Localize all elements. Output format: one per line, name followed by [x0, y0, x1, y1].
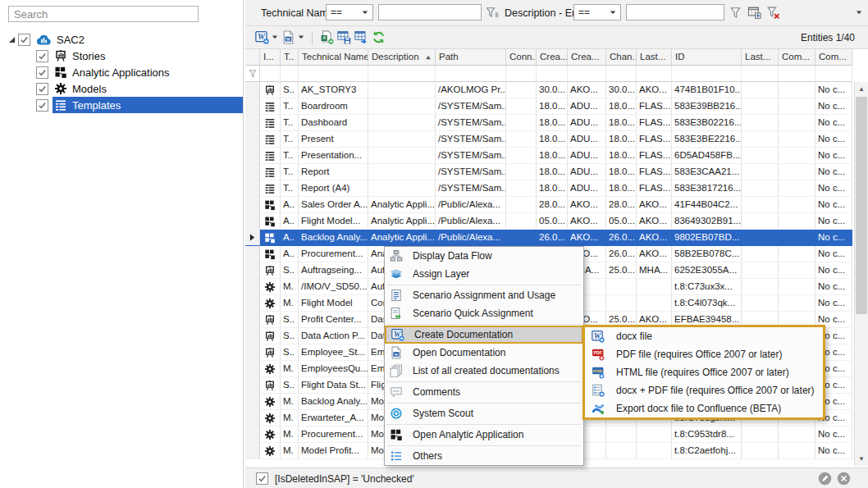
tree-checkbox[interactable] — [36, 99, 48, 112]
table-row[interactable]: T..Boardroom/SYSTEM/Sam...18.0...ADU...1… — [245, 98, 868, 115]
column-header-label: Com... — [782, 49, 810, 65]
description-filter-input[interactable] — [626, 4, 724, 21]
table-row[interactable]: T..Present/SYSTEM/Sam...18.0...ADU...18.… — [245, 131, 868, 148]
menu-item-comments[interactable]: Comments — [385, 383, 583, 401]
vertical-scrollbar[interactable]: ▲ ▼ — [854, 82, 868, 466]
scrollbar-thumb[interactable] — [856, 97, 867, 314]
sidebar-item-templates[interactable]: Templates — [0, 97, 243, 113]
auto-filter-cell-crea1[interactable] — [537, 66, 568, 82]
submenu-item-html-file-requires-office-2007-or-later-[interactable]: HTMLHTML file (requires Office 2007 or l… — [585, 363, 823, 381]
technical-name-filter-input[interactable] — [378, 4, 482, 21]
close-icon[interactable] — [837, 472, 851, 486]
cell-t: A.. — [281, 230, 299, 246]
tree-item-root[interactable]: SAC2 — [0, 31, 243, 48]
menu-item-list-of-all-created-documentations[interactable]: List of all created documentations — [385, 362, 583, 380]
search-input[interactable] — [8, 6, 199, 22]
funnel-icon[interactable] — [729, 6, 742, 20]
column-header-t[interactable]: T.. — [281, 49, 299, 66]
submenu-item-pdf-file-requires-office-2007-or-later-[interactable]: PDFPDF file (requires Office 2007 or lat… — [585, 345, 823, 363]
story-icon — [54, 49, 67, 62]
table-row[interactable]: A..Flight Model...Analytic Appli.../Publ… — [245, 213, 868, 230]
column-header-crea1[interactable]: Crea... — [537, 49, 568, 66]
table-row[interactable]: T..Report (A4)/SYSTEM/Sam...18.0...ADU..… — [245, 180, 868, 197]
column-header-com1[interactable]: Com... — [779, 49, 815, 66]
auto-filter-cell-com2[interactable] — [815, 66, 852, 82]
auto-filter-cell-t[interactable] — [281, 66, 299, 82]
column-header-chan[interactable]: Chan... — [606, 49, 637, 66]
export-excel-button[interactable]: X — [318, 29, 336, 47]
submenu-item-docx-pdf-file-requires-office-2007-or-later-[interactable]: docx + PDF file (requires Office 2007 or… — [585, 381, 823, 399]
edit-icon[interactable] — [818, 472, 832, 486]
column-header-icon[interactable]: I... — [260, 49, 281, 66]
menu-item-others[interactable]: Others — [385, 447, 583, 465]
grid-plus-icon[interactable] — [747, 6, 761, 20]
column-header-tech[interactable]: Technical Name — [299, 49, 368, 66]
table-row[interactable]: T..Report/SYSTEM/Sam...18.0...ADU...18.0… — [245, 164, 868, 180]
scenario-quick-icon — [390, 307, 403, 320]
column-header-desc[interactable]: Description — [368, 49, 436, 66]
sidebar-item-stories[interactable]: Stories — [0, 48, 243, 64]
auto-filter-cell-conn[interactable] — [506, 66, 537, 82]
auto-filter-cell-last2[interactable] — [742, 66, 779, 82]
cell-crea2: ADU... — [568, 164, 606, 180]
description-operator-select[interactable]: == — [573, 4, 621, 21]
column-header-com2[interactable]: Com... — [815, 49, 852, 66]
column-header-last2[interactable]: Last... — [742, 49, 779, 66]
save-grid-layout-button[interactable] — [336, 29, 353, 47]
column-header-path[interactable]: Path — [436, 49, 506, 66]
sidebar-item-analytic-applications[interactable]: Analytic Applications — [0, 64, 243, 80]
submenu-item-docx-file[interactable]: Wdocx file — [585, 327, 823, 345]
tree-checkbox[interactable] — [36, 66, 48, 79]
table-row[interactable]: A..Backlog Analy...Analytic Appli.../Pub… — [245, 230, 868, 246]
menu-item-scenario-quick-assignment[interactable]: Scenario Quick Assignment — [385, 304, 583, 322]
funnel-clear-icon[interactable] — [766, 6, 780, 20]
open-documentation-button[interactable]: W — [280, 29, 306, 47]
table-row[interactable]: T..Dashboard/SYSTEM/Sam...18.0...ADU...1… — [245, 115, 868, 131]
funnel-lines-icon[interactable] — [486, 6, 500, 20]
chevron-down-icon[interactable] — [272, 35, 278, 39]
auto-filter-cell-chan[interactable] — [606, 66, 637, 82]
tree-item-body: SAC2 — [34, 31, 243, 48]
table-row[interactable]: S..AK_STORY3/AKOLMOG Pr...30.0...AKO...3… — [245, 82, 868, 98]
auto-filter-cell-desc[interactable] — [368, 66, 436, 82]
auto-filter-cell-path[interactable] — [436, 66, 506, 82]
scroll-up-button[interactable]: ▲ — [855, 82, 868, 96]
technical-name-operator-select[interactable]: == — [326, 4, 373, 21]
entity-type-icon-cell — [260, 295, 281, 312]
create-documentation-button[interactable]: W — [254, 29, 280, 47]
auto-filter-cell-crea2[interactable] — [568, 66, 606, 82]
tree-expander[interactable] — [5, 36, 18, 43]
menu-item-open-documentation[interactable]: WOpen Documentation — [385, 344, 583, 362]
menu-item-system-scout[interactable]: System Scout — [385, 404, 583, 422]
auto-filter-cell-icon[interactable] — [260, 66, 281, 82]
sidebar-item-models[interactable]: Models — [0, 80, 243, 97]
auto-filter-cell-last1[interactable] — [637, 66, 672, 82]
status-filter-checkbox[interactable] — [256, 472, 268, 485]
column-header-id[interactable]: ID — [672, 49, 742, 66]
menu-item-scenario-assignment-and-usage[interactable]: Scenario Assignment and Usage — [385, 286, 583, 304]
table-row[interactable]: A..Sales Order A...Analytic Appli.../Pub… — [245, 197, 868, 213]
chevron-down-icon[interactable] — [856, 11, 862, 15]
chevron-down-icon — [610, 11, 616, 15]
chevron-down-icon[interactable] — [298, 35, 304, 39]
menu-item-assign-layer[interactable]: Assign Layer — [385, 265, 583, 283]
auto-filter-cell-tech[interactable] — [299, 66, 368, 82]
column-header-last1[interactable]: Last... — [637, 49, 672, 66]
scroll-down-button[interactable]: ▼ — [855, 452, 868, 466]
tree-checkbox[interactable] — [36, 83, 48, 95]
submenu-arrow-icon — [573, 410, 578, 417]
column-header-crea2[interactable]: Crea... — [568, 49, 606, 66]
menu-item-display-data-flow[interactable]: Display Data Flow — [385, 247, 583, 265]
table-row[interactable]: T..Presentation.../SYSTEM/Sam...18.0...A… — [245, 148, 868, 164]
menu-item-create-documentation[interactable]: WCreate Documentation — [385, 326, 583, 344]
refresh-button[interactable] — [370, 29, 387, 47]
tree-checkbox[interactable] — [36, 50, 48, 62]
column-header-conn[interactable]: Conn... — [506, 49, 537, 66]
export-grid-button[interactable] — [353, 29, 370, 47]
menu-item-open-analytic-application[interactable]: Open Analytic Application — [385, 426, 583, 444]
tree-checkbox[interactable] — [18, 34, 30, 46]
grid-corner-cell — [245, 49, 260, 66]
auto-filter-cell-id[interactable] — [672, 66, 742, 82]
auto-filter-cell-com1[interactable] — [779, 66, 815, 82]
submenu-item-export-docx-file-to-confluence-beta-[interactable]: Export docx file to Confluence (BETA) — [585, 399, 823, 417]
